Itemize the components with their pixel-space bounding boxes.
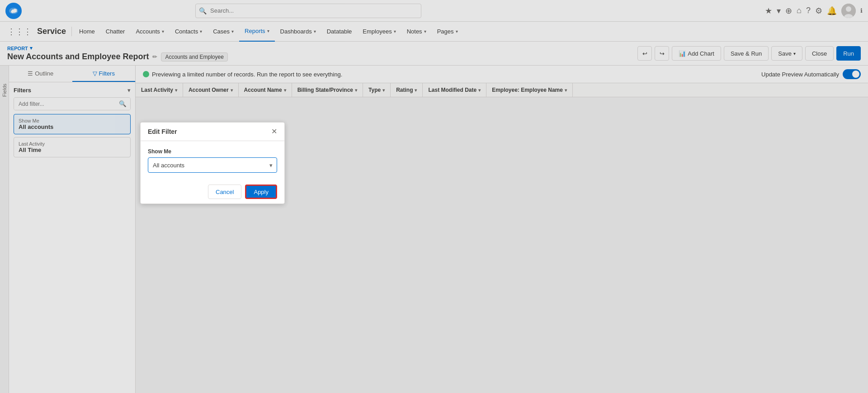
modal-footer: Cancel Apply [141,180,284,204]
modal-body: Show Me All accounts My accounts My team… [141,141,284,180]
modal-field-label: Show Me [148,148,277,155]
modal-select-wrapper: All accounts My accounts My team's accou… [148,157,277,173]
cancel-button[interactable]: Cancel [208,185,241,199]
show-me-select[interactable]: All accounts My accounts My team's accou… [148,157,277,173]
apply-button[interactable]: Apply [245,185,277,199]
modal-close-button[interactable]: ✕ [271,128,277,135]
edit-filter-modal: Edit Filter ✕ Show Me All accounts My ac… [140,122,285,204]
modal-header: Edit Filter ✕ [141,123,284,141]
modal-overlay: Edit Filter ✕ Show Me All accounts My ac… [0,0,868,393]
modal-title: Edit Filter [148,128,177,135]
